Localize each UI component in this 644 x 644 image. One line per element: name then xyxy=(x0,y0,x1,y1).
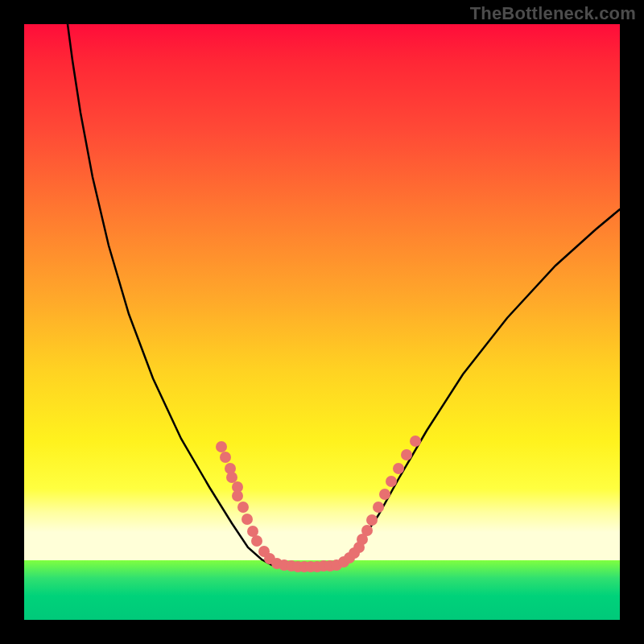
data-dot xyxy=(361,525,373,536)
bottleneck-curve xyxy=(68,24,620,567)
data-dot xyxy=(220,452,231,463)
data-dot xyxy=(366,514,378,526)
watermark-text: TheBottleneck.com xyxy=(470,3,636,24)
chart-frame: TheBottleneck.com xyxy=(0,0,644,644)
data-dot xyxy=(226,472,237,483)
data-dot xyxy=(232,490,243,502)
data-dot xyxy=(216,441,227,452)
curve-layer xyxy=(24,24,620,620)
data-dot xyxy=(393,463,404,474)
data-dot xyxy=(251,535,262,547)
data-dot xyxy=(379,489,390,500)
data-dot xyxy=(401,449,412,460)
data-dot xyxy=(247,526,258,537)
data-dot xyxy=(386,476,397,487)
data-dot xyxy=(237,502,249,513)
data-dot xyxy=(410,436,421,447)
data-dot xyxy=(373,502,384,513)
plot-area xyxy=(24,24,620,620)
data-dots xyxy=(216,436,421,572)
data-dot xyxy=(242,514,253,525)
